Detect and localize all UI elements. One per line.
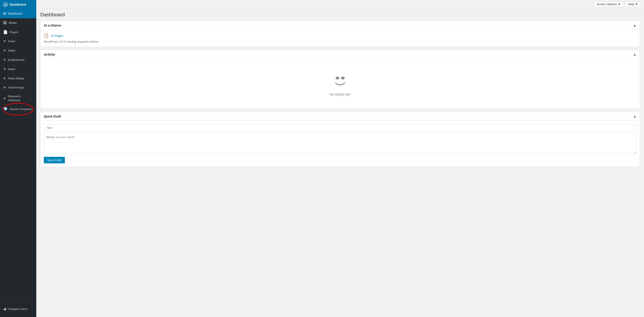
help-chevron: ▼ xyxy=(635,3,638,6)
media-icon: 🖼 xyxy=(3,21,7,26)
at-a-glance-panel: At a Glance ▲ 📋 12 Pages WordPress 4.5.2… xyxy=(40,21,640,47)
pages-icon: 📄 xyxy=(3,30,8,35)
sidebar-item-research-abstracts[interactable]: ✳ Research Abstracts xyxy=(0,92,36,105)
sidebar-logo[interactable]: W Dashboard xyxy=(0,0,36,9)
team-icon: ✳ xyxy=(3,39,6,44)
sidebar-nav: ⊞ Dashboard 🖼 Media 📄 Pages ✳ Team ✳ Sli… xyxy=(0,9,36,302)
sidebar-item-label: News Media xyxy=(8,77,24,81)
svg-point-2 xyxy=(336,77,339,79)
page-title: Dashboard xyxy=(40,12,640,18)
at-a-glance-collapse[interactable]: ▲ xyxy=(633,23,636,28)
sidebar-item-visual-composer[interactable]: 💎 Visual Composer xyxy=(0,105,36,114)
sidebar-logo-label: Dashboard xyxy=(10,3,26,6)
pages-count-icon: 📋 xyxy=(44,33,49,38)
collapse-label: Collapse menu xyxy=(8,307,28,311)
sidebar: W Dashboard ⊞ Dashboard 🖼 Media 📄 Pages … xyxy=(0,0,36,317)
visual-composer-icon: 💎 xyxy=(3,107,8,112)
quick-draft-body: Save Draft xyxy=(40,121,640,167)
dashboard-icon: ⊞ xyxy=(3,11,6,16)
sidebar-item-news[interactable]: ✳ News xyxy=(0,65,36,74)
sidebar-item-employment[interactable]: ✳ Employment xyxy=(0,55,36,65)
collapse-icon: ◀ xyxy=(3,307,6,311)
slider-icon: ✳ xyxy=(3,48,6,53)
quick-draft-panel: Quick Draft ▲ Save Draft xyxy=(40,112,640,167)
smiley-icon xyxy=(331,71,349,89)
quick-draft-title-input[interactable] xyxy=(44,124,636,132)
activity-panel: Activity ▲ No activity yet! xyxy=(40,50,640,109)
svg-text:W: W xyxy=(4,4,7,6)
quick-draft-title: Quick Draft xyxy=(44,115,61,118)
sidebar-item-label: Media xyxy=(8,21,16,25)
sidebar-item-news-media[interactable]: ✳ News Media xyxy=(0,74,36,83)
quick-draft-content-textarea[interactable] xyxy=(44,133,636,154)
sidebar-item-media[interactable]: 🖼 Media xyxy=(0,18,36,28)
at-glance-pages-item: 📋 12 Pages xyxy=(44,33,636,38)
activity-body: No activity yet! xyxy=(40,59,640,109)
sidebar-item-label: Team xyxy=(8,40,15,43)
sidebar-footer: ◀ Collapse menu xyxy=(0,302,36,317)
screen-options-chevron: ▼ xyxy=(618,3,621,6)
screen-options-label: Screen Options xyxy=(596,3,617,6)
sidebar-item-label: Slider xyxy=(8,49,16,53)
activity-empty-state: No activity yet! xyxy=(44,62,636,105)
at-a-glance-title: At a Glance xyxy=(44,24,61,27)
sidebar-item-label: News xyxy=(8,67,16,71)
save-draft-button[interactable]: Save Draft xyxy=(44,157,65,163)
content-area: Dashboard At a Glance ▲ 📋 12 Pages WordP… xyxy=(36,9,644,317)
help-label: Help xyxy=(628,3,634,6)
topbar: Screen Options ▼ Help ▼ xyxy=(36,0,644,9)
pages-count-link[interactable]: 12 Pages xyxy=(50,34,63,38)
sidebar-item-label: Partnerships xyxy=(8,86,24,90)
wp-logo-icon: W xyxy=(3,2,8,7)
at-a-glance-body: 📋 12 Pages WordPress 4.5.2 running anpac… xyxy=(40,30,640,47)
activity-header: Activity ▲ xyxy=(40,50,640,59)
sidebar-item-label: Dashboard xyxy=(8,12,22,16)
sidebar-item-pages[interactable]: 📄 Pages xyxy=(0,28,36,37)
no-activity-text: No activity yet! xyxy=(330,93,350,96)
quick-draft-collapse[interactable]: ▲ xyxy=(633,114,636,118)
wp-info-text: WordPress 4.5.2 running anpacbio theme. xyxy=(44,40,636,43)
sidebar-item-slider[interactable]: ✳ Slider xyxy=(0,46,36,55)
at-a-glance-header: At a Glance ▲ xyxy=(40,21,640,30)
help-button[interactable]: Help ▼ xyxy=(625,1,641,7)
news-media-icon: ✳ xyxy=(3,76,6,81)
sidebar-item-label: Visual Composer xyxy=(10,107,32,111)
svg-point-3 xyxy=(341,77,345,79)
research-icon: ✳ xyxy=(3,96,6,101)
activity-title: Activity xyxy=(44,53,55,56)
save-draft-label: Save Draft xyxy=(48,158,61,162)
employment-icon: ✳ xyxy=(3,58,6,62)
collapse-menu-button[interactable]: ◀ Collapse menu xyxy=(3,305,33,313)
news-icon: ✳ xyxy=(3,67,6,72)
main-area: Screen Options ▼ Help ▼ Dashboard At a G… xyxy=(36,0,644,317)
sidebar-item-partnerships[interactable]: ✳ Partnerships xyxy=(0,83,36,92)
quick-draft-header: Quick Draft ▲ xyxy=(40,112,640,121)
activity-collapse[interactable]: ▲ xyxy=(633,53,636,57)
sidebar-item-team[interactable]: ✳ Team xyxy=(0,37,36,46)
sidebar-item-label: Pages xyxy=(10,31,18,34)
screen-options-button[interactable]: Screen Options ▼ xyxy=(594,1,624,7)
sidebar-item-label: Employment xyxy=(8,58,24,62)
sidebar-item-dashboard[interactable]: ⊞ Dashboard xyxy=(0,9,36,18)
partnerships-icon: ✳ xyxy=(3,85,6,90)
sidebar-item-label: Research Abstracts xyxy=(8,95,33,102)
